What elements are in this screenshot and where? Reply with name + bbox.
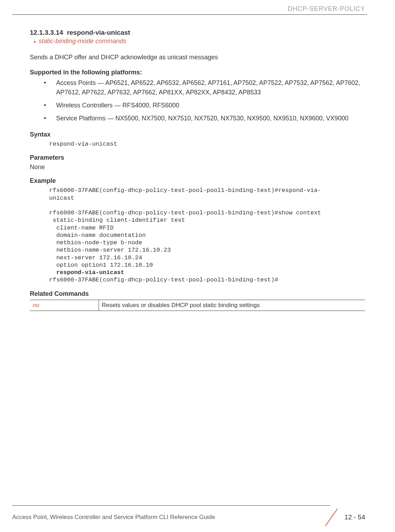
section-description: Sends a DHCP offer and DHCP acknowledge …: [30, 54, 365, 61]
code-line: rfs6000-37FABE(config-dhcp-policy-test-p…: [49, 277, 278, 283]
parameters-heading: Parameters: [30, 154, 365, 161]
related-command-desc: Resets values or disables DHCP pool stat…: [99, 300, 366, 311]
section-heading: 12.1.3.3.14 respond-via-unicast: [30, 29, 365, 36]
code-line: netbios-name-server 172.16.10.23: [49, 247, 171, 253]
code-line: unicast: [49, 195, 74, 201]
parameters-value: None: [30, 164, 365, 171]
page-footer: Access Point, Wireless Controller and Se…: [0, 505, 395, 525]
section-title: respond-via-unicast: [67, 29, 130, 36]
related-command-name[interactable]: no: [30, 300, 99, 311]
code-line: netbios-node-type b-node: [49, 239, 142, 246]
syntax-heading: Syntax: [30, 131, 365, 138]
code-line: static-binding client-identifier test: [49, 217, 185, 224]
list-item: Service Platforms — NX5500, NX7500, NX75…: [44, 114, 365, 123]
syntax-code: respond-via-unicast: [49, 140, 365, 148]
page-number: 12 - 54: [344, 513, 365, 521]
code-line-highlight: respond-via-unicast: [49, 269, 124, 276]
footer-rule: [12, 505, 330, 506]
example-code: rfs6000-37FABE(config-dhcp-policy-test-p…: [49, 187, 365, 284]
list-item: Access Points — AP6521, AP6522, AP6532, …: [44, 78, 365, 97]
supported-platforms-heading: Supported in the following platforms:: [30, 69, 365, 76]
running-header: DHCP-SERVER-POLICY: [0, 0, 395, 14]
breadcrumb-link[interactable]: static-binding-mode commands: [34, 38, 365, 45]
list-item: Wireless Controllers — RFS4000, RFS6000: [44, 101, 365, 110]
code-line: option option1 172.16.10.10: [49, 262, 153, 268]
code-line: client-name RFID: [49, 225, 114, 231]
related-commands-heading: Related Commands: [30, 290, 365, 298]
table-row: no Resets values or disables DHCP pool s…: [30, 300, 365, 311]
section-number: 12.1.3.3.14: [30, 29, 63, 36]
code-line: next-server 172.16.10.24: [49, 254, 142, 261]
supported-platforms-list: Access Points — AP6521, AP6522, AP6532, …: [44, 78, 365, 123]
running-title: DHCP-SERVER-POLICY: [288, 5, 365, 12]
code-line: rfs6000-37FABE(config-dhcp-policy-test-p…: [49, 187, 321, 194]
example-heading: Example: [30, 177, 365, 185]
footer-guide-title: Access Point, Wireless Controller and Se…: [12, 514, 323, 521]
code-line: domain-name documentation: [49, 232, 146, 239]
footer-slash-icon: [323, 509, 339, 525]
related-commands-table: no Resets values or disables DHCP pool s…: [30, 300, 365, 311]
code-line: rfs6000-37FABE(config-dhcp-policy-test-p…: [49, 210, 321, 216]
